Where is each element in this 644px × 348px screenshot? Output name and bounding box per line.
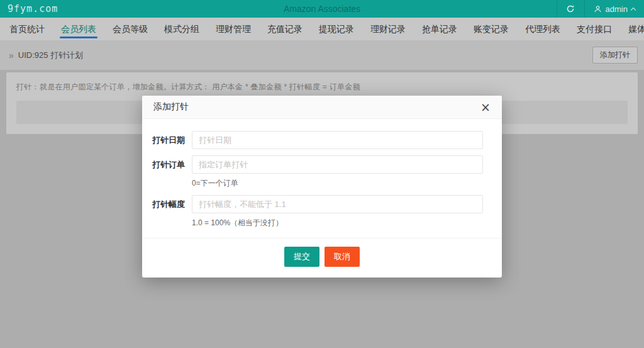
app-logo: 9fym.com <box>0 3 65 14</box>
chevron-up-icon <box>631 7 636 12</box>
modal-body: 打针日期 打针订单 0=下一个订单 打针幅度 1.0 = 100%（相当于没打） <box>142 119 502 228</box>
page-title: Amazon Associates <box>0 4 644 14</box>
user-icon <box>594 5 602 13</box>
injection-rate-input[interactable] <box>192 195 483 213</box>
app-header: 9fym.com Amazon Associates admin <box>0 0 644 18</box>
user-menu[interactable]: admin <box>584 0 644 18</box>
order-field-label: 打针订单 <box>142 159 185 171</box>
username-label: admin <box>606 4 628 14</box>
submit-button[interactable]: 提交 <box>284 247 319 267</box>
cancel-button[interactable]: 取消 <box>325 247 360 267</box>
modal-header: 添加打针 × <box>142 96 502 119</box>
modal-footer: 提交 取消 <box>142 238 502 278</box>
order-helper-text: 0=下一个订单 <box>192 178 483 189</box>
refresh-button[interactable] <box>557 0 584 18</box>
modal-title: 添加打针 <box>153 101 189 113</box>
rate-helper-text: 1.0 = 100%（相当于没打） <box>192 218 483 228</box>
form-row-order: 打针订单 <box>142 155 483 174</box>
date-field-label: 打针日期 <box>142 135 185 146</box>
refresh-icon <box>566 4 575 13</box>
rate-field-label: 打针幅度 <box>142 199 185 210</box>
form-row-date: 打针日期 <box>142 131 483 149</box>
close-icon[interactable]: × <box>480 101 491 113</box>
injection-order-input[interactable] <box>192 155 483 174</box>
injection-date-input[interactable] <box>192 131 483 149</box>
header-actions: admin <box>557 0 644 18</box>
add-injection-modal: 添加打针 × 打针日期 打针订单 0=下一个订单 打针幅度 1.0 = 100%… <box>142 96 502 278</box>
form-row-rate: 打针幅度 <box>142 195 483 213</box>
